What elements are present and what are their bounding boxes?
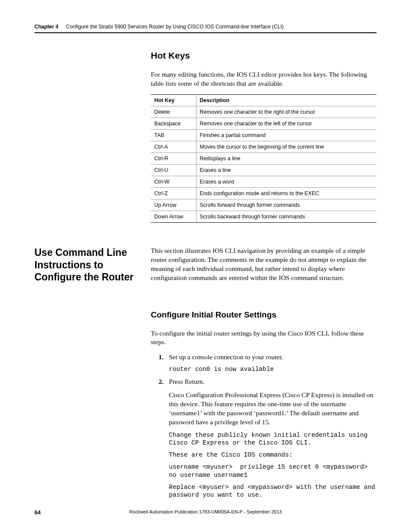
hotkey-desc: Finishes a partial command bbox=[196, 129, 377, 141]
configure-intro: To configure the initial router settings… bbox=[151, 329, 377, 347]
header-rule bbox=[34, 32, 377, 33]
configure-title: Configure Initial Router Settings bbox=[151, 310, 377, 320]
step-2-code-c: username <myuser> privilege 15 secret 0 … bbox=[169, 463, 377, 479]
table-row: DeleteRemoves one character to the right… bbox=[151, 106, 377, 118]
publication-info: Rockwell Automation Publication 1783-UM0… bbox=[34, 509, 377, 514]
hotkey-key: Ctrl-W bbox=[151, 176, 196, 187]
chapter-title: Configure the Stratix 5900 Services Rout… bbox=[66, 24, 283, 30]
table-row: Ctrl-RRedisplays a line bbox=[151, 152, 377, 164]
hotkey-desc: Ends configuration mode and returns to t… bbox=[196, 187, 377, 199]
hotkeys-title: Hot Keys bbox=[151, 50, 377, 61]
table-header-desc: Description bbox=[196, 94, 377, 106]
hotkey-key: Backspace bbox=[151, 118, 196, 129]
hotkey-desc: Erases a word bbox=[196, 176, 377, 187]
hotkey-key: Ctrl-Z bbox=[151, 187, 196, 199]
table-row: Ctrl-WErases a word bbox=[151, 176, 377, 187]
hotkey-desc: Redisplays a line bbox=[196, 152, 377, 164]
hotkey-key: TAB bbox=[151, 129, 196, 141]
table-row: BackspaceRemoves one character to the le… bbox=[151, 118, 377, 129]
cli-section-title: Use Command Line Instructions to Configu… bbox=[34, 246, 138, 283]
hotkey-key: Up Arrow bbox=[151, 199, 196, 211]
page-header: Chapter 4 Configure the Stratix 5900 Ser… bbox=[34, 24, 377, 30]
step-2-code-d: Replace <myuser> and <mypassword> with t… bbox=[169, 483, 377, 499]
hotkeys-intro: For many editing functions, the IOS CLI … bbox=[151, 70, 377, 88]
hotkey-desc: Moves the cursor to the beginning of the… bbox=[196, 141, 377, 152]
step-2-code-a: Change these publicly known initial cred… bbox=[169, 431, 377, 447]
step-1: Set up a console connection to your rout… bbox=[160, 353, 377, 373]
table-row: Ctrl-UErases a line bbox=[151, 164, 377, 176]
hotkey-key: Ctrl-R bbox=[151, 152, 196, 164]
hotkeys-table: Hot Key Description DeleteRemoves one ch… bbox=[151, 94, 377, 223]
table-row: Up ArrowScrolls forward through former c… bbox=[151, 199, 377, 211]
step-2-code-b: These are the Cisco IOS commands: bbox=[169, 451, 377, 459]
cli-section-intro: This section illustrates IOS CLI navigat… bbox=[151, 246, 377, 283]
step-1-code: router con0 is now available bbox=[169, 365, 377, 373]
hotkey-desc: Erases a line bbox=[196, 164, 377, 176]
table-row: TABFinishes a partial command bbox=[151, 129, 377, 141]
table-header-key: Hot Key bbox=[151, 94, 196, 106]
hotkey-desc: Scrolls backward through former commands bbox=[196, 211, 377, 222]
step-2-text: Press Return. bbox=[169, 378, 205, 385]
step-2-para: Cisco Configuration Professional Express… bbox=[169, 391, 377, 427]
hotkey-key: Ctrl-A bbox=[151, 141, 196, 152]
hotkey-desc: Scrolls forward through former commands bbox=[196, 199, 377, 211]
hotkey-desc: Removes one character to the left of the… bbox=[196, 118, 377, 129]
table-row: Down ArrowScrolls backward through forme… bbox=[151, 211, 377, 222]
table-row: Ctrl-ZEnds configuration mode and return… bbox=[151, 187, 377, 199]
configure-steps: Set up a console connection to your rout… bbox=[160, 353, 377, 499]
hotkey-key: Delete bbox=[151, 106, 196, 118]
step-1-text: Set up a console connection to your rout… bbox=[169, 353, 283, 361]
chapter-label: Chapter 4 bbox=[34, 24, 58, 30]
step-2: Press Return. Cisco Configuration Profes… bbox=[160, 377, 377, 498]
page-footer: 64 Rockwell Automation Publication 1783-… bbox=[34, 509, 377, 516]
hotkey-desc: Removes one character to the right of th… bbox=[196, 106, 377, 118]
hotkey-key: Ctrl-U bbox=[151, 164, 196, 176]
hotkey-key: Down Arrow bbox=[151, 211, 196, 222]
table-row: Ctrl-AMoves the cursor to the beginning … bbox=[151, 141, 377, 152]
